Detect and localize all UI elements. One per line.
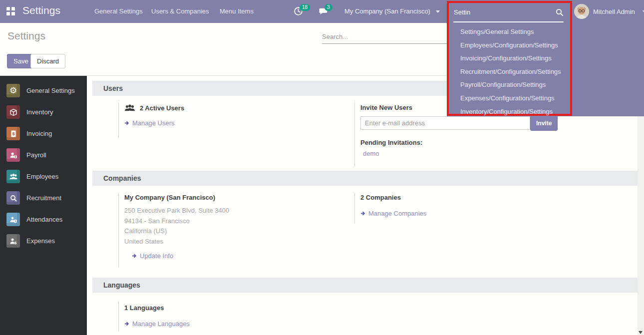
menu-search-result[interactable]: Expenses/Configuration/Settings [449, 92, 570, 105]
discard-button[interactable]: Discard [30, 54, 65, 68]
message-count-badge: 3 [324, 4, 332, 11]
activity-count-badge: 18 [300, 4, 310, 11]
menu-search-highlight-box: Settings/General Settings Employees/Conf… [447, 1, 572, 116]
recruitment-magnifier-icon [6, 191, 20, 205]
apps-grid-square [6, 12, 10, 15]
section-header-languages: Languages [92, 278, 638, 293]
manage-languages-link[interactable]: Manage Languages [124, 320, 190, 328]
apps-grid-square [6, 7, 10, 10]
sidebar-item-label: Invoicing [26, 130, 52, 137]
pending-invitations-label: Pending Invitations: [360, 139, 569, 146]
company-address: 250 Executive Park Blvd, Suite 3400 9413… [124, 206, 229, 247]
attendance-icon [6, 213, 20, 226]
companies-count: 2 Companies [360, 194, 426, 201]
menu-search-result[interactable]: Inventory/Configuration/Settings [449, 105, 570, 119]
svg-text:$: $ [14, 155, 16, 158]
pending-user-link[interactable]: demo [360, 150, 379, 157]
sidebar-item-label: Expenses [26, 237, 55, 245]
apps-grid-square [11, 7, 15, 10]
nav-menu-users-companies[interactable]: Users & Companies [148, 0, 212, 23]
address-line: California (US) [124, 226, 229, 237]
gear-icon: ⚙ [6, 84, 20, 97]
arrow-right-icon [132, 253, 137, 259]
sidebar-item-recruitment[interactable]: Recruitment [0, 187, 87, 209]
search-underline [453, 21, 564, 22]
address-line: 250 Executive Park Blvd, Suite 3400 [124, 206, 229, 216]
sidebar-item-attendances[interactable]: Attendances [0, 209, 87, 230]
users-group-icon [124, 104, 135, 112]
languages-count: 1 Languages [124, 304, 190, 312]
sidebar-item-inventory[interactable]: Inventory [0, 101, 87, 123]
manage-users-link[interactable]: Manage Users [124, 119, 184, 127]
expense-icon: $ [6, 234, 20, 248]
invite-row: Invite [360, 116, 569, 131]
manage-companies-label: Manage Companies [368, 210, 426, 217]
apps-grid-square [11, 12, 15, 15]
sidebar-item-label: Payroll [26, 151, 46, 159]
update-info-link[interactable]: Update Info [132, 252, 229, 260]
active-users-block: 2 Active Users Manage Users [118, 103, 184, 138]
arrow-right-icon [360, 211, 366, 216]
sidebar-item-label: Employees [26, 173, 58, 180]
sidebar-item-employees[interactable]: Employees [0, 166, 87, 187]
apps-grid-icon[interactable] [6, 7, 15, 15]
menu-search-result[interactable]: Invoicing/Configuration/Settings [449, 52, 570, 65]
search-icon[interactable] [556, 8, 564, 16]
manage-companies-link[interactable]: Manage Companies [360, 210, 426, 217]
sidebar-item-label: Attendances [26, 216, 62, 223]
update-info-label: Update Info [140, 252, 173, 260]
manage-users-label: Manage Users [132, 119, 175, 127]
company-switcher[interactable]: My Company (San Francisco) [344, 0, 440, 23]
address-line: United States [124, 237, 229, 247]
svg-text:$: $ [14, 241, 17, 245]
messages-button[interactable]: 3 [319, 6, 328, 16]
page-title: Settings [7, 30, 45, 42]
menu-search-result[interactable]: Employees/Configuration/Settings [449, 39, 570, 52]
section-header-companies: Companies [92, 171, 638, 186]
sidebar-item-general-settings[interactable]: ⚙ General Settings [0, 80, 87, 101]
settings-sidebar: ⚙ General Settings Inventory $ Invoicing… [0, 76, 87, 335]
company-switcher-label: My Company (San Francisco) [344, 7, 430, 15]
invoice-icon: $ [6, 127, 20, 140]
sidebar-item-expenses[interactable]: $ Expenses [0, 230, 87, 252]
active-users-count: 2 Active Users [140, 104, 184, 112]
company-name: My Company (San Francisco) [124, 194, 229, 201]
arrow-right-icon [124, 321, 130, 327]
user-name: Mitchell Admin [593, 8, 635, 15]
company-info-block: My Company (San Francisco) 250 Executive… [118, 193, 229, 268]
payroll-icon: $ [6, 148, 20, 162]
menu-search-result[interactable]: Recruitment/Configuration/Settings [449, 65, 570, 79]
employees-icon [6, 170, 20, 183]
menu-search-result[interactable]: Settings/General Settings [449, 25, 570, 39]
chevron-down-icon [436, 10, 440, 13]
nav-menu-general-settings[interactable]: General Settings [91, 0, 146, 23]
app-brand-title[interactable]: Settings [22, 4, 60, 16]
avatar [574, 4, 589, 19]
arrow-right-icon [124, 120, 130, 126]
settings-search-input[interactable] [322, 30, 447, 44]
manage-languages-label: Manage Languages [132, 320, 190, 328]
sidebar-item-label: Inventory [26, 108, 53, 116]
menu-search-results: Settings/General Settings Employees/Conf… [449, 25, 570, 118]
scrollbar-down-arrow-icon[interactable] [639, 331, 643, 334]
box-icon [6, 105, 20, 119]
svg-text:$: $ [12, 131, 14, 136]
active-users-line: 2 Active Users [124, 104, 184, 112]
activities-button[interactable]: 18 [294, 6, 304, 16]
sidebar-item-payroll[interactable]: $ Payroll [0, 144, 87, 166]
nav-menu-menu-items[interactable]: Menu Items [217, 0, 257, 23]
address-line: 94134 - San Francisco [124, 216, 229, 227]
sidebar-item-invoicing[interactable]: $ Invoicing [0, 123, 87, 144]
user-menu[interactable]: Mitchell Admin [574, 4, 644, 19]
sidebar-item-label: Recruitment [26, 194, 61, 202]
sidebar-item-label: General Settings [26, 87, 75, 94]
menu-search-result[interactable]: Payroll/Configuration/Settings [449, 78, 570, 92]
companies-count-block: 2 Companies Manage Companies [354, 193, 426, 224]
languages-block: 1 Languages Manage Languages [118, 302, 190, 332]
menu-search-input[interactable] [454, 5, 541, 18]
